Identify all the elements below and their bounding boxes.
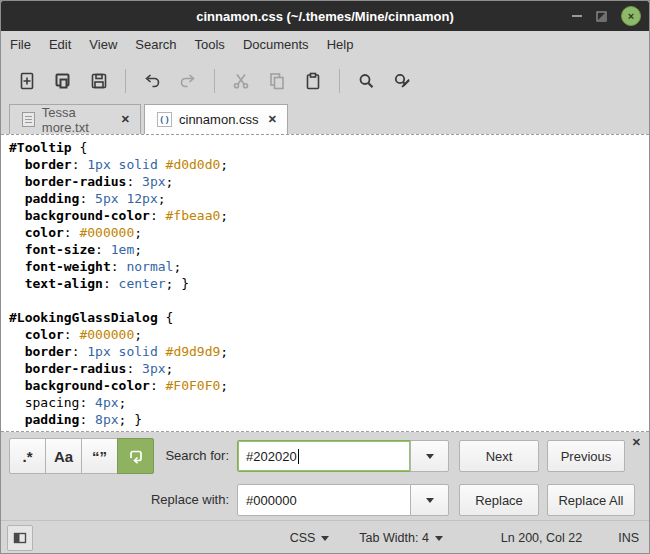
tab-tessa-more-txt[interactable]: Tessa more.txt ✕ <box>9 104 141 134</box>
menu-item-documents[interactable]: Documents <box>234 32 318 57</box>
language-label: CSS <box>290 531 316 545</box>
tab-close-icon[interactable]: ✕ <box>121 113 130 126</box>
css-file-icon: () <box>157 112 172 127</box>
menu-item-search[interactable]: Search <box>126 32 185 57</box>
side-pane-icon <box>12 530 28 546</box>
tab-bar: Tessa more.txt ✕ () cinnamon.css ✕ <box>1 104 649 134</box>
save-icon <box>89 71 109 91</box>
chevron-down-icon <box>435 536 443 541</box>
side-pane-toggle-button[interactable] <box>7 525 33 551</box>
new-document-icon <box>17 71 37 91</box>
find-icon <box>356 71 376 91</box>
text-editor-area[interactable]: #Tooltip { border: 1px solid #d0d0d0; bo… <box>1 134 649 432</box>
menu-item-view[interactable]: View <box>80 32 126 57</box>
language-selector[interactable]: CSS <box>290 531 330 545</box>
cut-button <box>223 63 259 99</box>
text-file-icon <box>22 112 35 127</box>
text-cursor <box>298 449 299 464</box>
code-line <box>9 292 649 309</box>
code-line: color: #000000; <box>9 224 649 241</box>
code-line: font-size: 1em; <box>9 241 649 258</box>
new-document-button[interactable] <box>9 63 45 99</box>
code-line: border-radius: 3px; <box>9 173 649 190</box>
menu-bar: FileEditViewSearchToolsDocumentsHelp <box>1 31 649 58</box>
code-line: border: 1px solid #d9d9d9; <box>9 343 649 360</box>
paste-icon <box>303 71 323 91</box>
minimize-icon[interactable] <box>572 15 582 17</box>
search-option-toggles: .* Aa “” <box>9 438 154 474</box>
toolbar-separator <box>125 69 126 93</box>
close-search-panel-icon[interactable]: ✕ <box>632 436 641 449</box>
chevron-down-icon <box>321 536 329 541</box>
insert-mode-label: INS <box>618 531 639 545</box>
code-line: border-radius: 3px; <box>9 360 649 377</box>
previous-button[interactable]: Previous <box>547 440 625 472</box>
redo-icon <box>178 71 198 91</box>
close-icon[interactable]: × <box>621 6 641 26</box>
regex-toggle-button[interactable]: .* <box>9 438 46 474</box>
tab-label: cinnamon.css <box>179 112 258 127</box>
match-case-toggle-button[interactable]: Aa <box>45 438 82 474</box>
tab-width-selector[interactable]: Tab Width: 4 <box>359 531 442 545</box>
next-button[interactable]: Next <box>459 440 539 472</box>
redo-button <box>170 63 206 99</box>
replace-input-value: #000000 <box>246 493 297 508</box>
window-title: cinnamon.css (~/.themes/Mine/cinnamon) <box>196 9 454 24</box>
code-line: padding: 8px; } <box>9 411 649 428</box>
tab-close-icon[interactable]: ✕ <box>268 113 277 126</box>
search-replace-panel: .* Aa “” Search for: #202020 Next Previo… <box>1 432 649 520</box>
find-replace-button[interactable] <box>384 63 420 99</box>
save-button[interactable] <box>81 63 117 99</box>
replace-all-button[interactable]: Replace All <box>547 484 635 516</box>
menu-item-edit[interactable]: Edit <box>40 32 80 57</box>
undo-button[interactable] <box>134 63 170 99</box>
open-button[interactable] <box>45 63 81 99</box>
open-documents-icon <box>53 71 73 91</box>
code-line: text-align: center; } <box>9 275 649 292</box>
xed-window: cinnamon.css (~/.themes/Mine/cinnamon) ×… <box>0 0 650 554</box>
code-line: spacing: 4px; <box>9 394 649 411</box>
search-input[interactable]: #202020 <box>237 440 411 472</box>
paste-button[interactable] <box>295 63 331 99</box>
code-line: border: 1px solid #d0d0d0; <box>9 156 649 173</box>
code-line: font-weight: normal; <box>9 258 649 275</box>
code-line: padding: 5px 12px; <box>9 190 649 207</box>
copy-button <box>259 63 295 99</box>
chevron-down-icon <box>426 498 434 503</box>
cut-icon <box>231 71 251 91</box>
menu-item-tools[interactable]: Tools <box>186 32 234 57</box>
replace-input[interactable]: #000000 <box>237 484 411 516</box>
toolbar <box>1 58 649 104</box>
chevron-down-icon <box>426 454 434 459</box>
tab-width-label: Tab Width: 4 <box>359 531 428 545</box>
replace-history-dropdown[interactable] <box>410 484 449 516</box>
code-line: background-color: #F0F0F0; <box>9 377 649 394</box>
replace-with-label: Replace with: <box>134 492 229 507</box>
search-input-value: #202020 <box>246 449 297 464</box>
find-button[interactable] <box>348 63 384 99</box>
cursor-position-label: Ln 200, Col 22 <box>501 531 582 545</box>
search-history-dropdown[interactable] <box>410 440 449 472</box>
whole-word-toggle-button[interactable]: “” <box>81 438 118 474</box>
status-right-group: CSS Tab Width: 4 Ln 200, Col 22 INS <box>290 531 639 545</box>
code-line: color: #000000; <box>9 326 649 343</box>
toolbar-separator <box>214 69 215 93</box>
code-line: #Tooltip { <box>9 139 649 156</box>
copy-icon <box>267 71 287 91</box>
menu-item-file[interactable]: File <box>1 32 40 57</box>
code-line: #LookingGlassDialog { <box>9 309 649 326</box>
status-bar: CSS Tab Width: 4 Ln 200, Col 22 INS <box>1 520 649 554</box>
maximize-icon[interactable] <box>596 11 607 22</box>
tab-cinnamon-css[interactable]: () cinnamon.css ✕ <box>144 104 288 134</box>
find-replace-icon <box>392 71 412 91</box>
menu-item-help[interactable]: Help <box>318 32 363 57</box>
search-for-label: Search for: <box>134 448 229 463</box>
window-controls: × <box>572 1 641 31</box>
code-line: background-color: #fbeaa0; <box>9 207 649 224</box>
tab-label: Tessa more.txt <box>42 105 114 135</box>
toolbar-separator <box>339 69 340 93</box>
title-bar[interactable]: cinnamon.css (~/.themes/Mine/cinnamon) × <box>1 1 649 31</box>
undo-icon <box>142 71 162 91</box>
replace-button[interactable]: Replace <box>459 484 539 516</box>
